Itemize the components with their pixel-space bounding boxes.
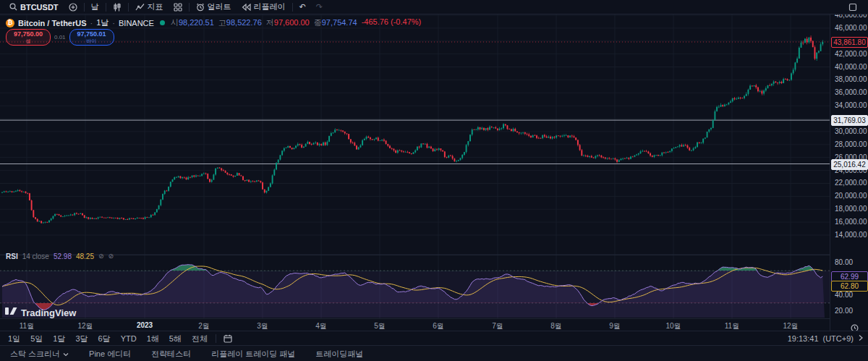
time-axis-label: 6월 [433, 321, 444, 331]
tab-pine-editor[interactable]: Pine 에디터 [79, 349, 141, 360]
chevron-down-icon [63, 349, 69, 358]
open-label: 시 [171, 18, 179, 27]
tab-trading-panel[interactable]: 트레이딩패널 [305, 349, 373, 360]
price-tick: 30,000.00 [830, 127, 868, 135]
time-axis-label: 3월 [257, 321, 268, 331]
legend-separator: · [112, 19, 115, 27]
buy-button[interactable]: 97,750.01 바이 [69, 29, 114, 46]
range-button-3달[interactable]: 3달 [70, 334, 93, 344]
alert-button[interactable]: 얼러트 [191, 0, 237, 14]
time-axis-label: 7월 [492, 321, 503, 331]
footer-tab-label: Pine 에디터 [89, 349, 131, 360]
footer-tab-label: 트레이딩패널 [315, 349, 363, 360]
symbol-search-button[interactable]: BTCUSDT [4, 0, 64, 14]
range-button-5해[interactable]: 5해 [164, 334, 187, 344]
undo-button[interactable]: ↶ [294, 0, 311, 14]
compare-add-symbol-button[interactable] [64, 0, 82, 14]
tab-replay-trading-panel[interactable]: 리플레이 트레이딩 패널 [201, 349, 305, 360]
open-value: 98,220.51 [179, 18, 214, 27]
plus-circle-icon [69, 3, 77, 12]
go-to-date-calendar-icon[interactable] [219, 334, 237, 343]
undo-icon: ↶ [299, 2, 306, 12]
close-label: 종 [314, 18, 322, 27]
range-button-1해[interactable]: 1해 [142, 334, 164, 344]
legend-interval: 1날 [96, 17, 109, 28]
market-status-dot [160, 20, 165, 25]
alarm-clock-icon [196, 3, 205, 12]
rsi-tick: 80.00 [830, 258, 868, 266]
ohlc-values: 시98,220.51 고98,522.76 저97,600.00 종97,754… [171, 17, 421, 28]
timezone-button[interactable]: (UTC+9) [823, 334, 854, 343]
price-tick: 18,000.00 [830, 205, 868, 213]
indicators-button[interactable]: 지표 [130, 0, 169, 14]
trade-buttons: 97,750.00 셀 0.01 97,750.01 바이 [6, 29, 114, 46]
symbol-name: BTCUSDT [20, 3, 59, 12]
footer-tab-label: 전략테스터 [151, 349, 191, 360]
footer-tab-label: 스탁 스크리너 [10, 349, 60, 360]
range-button-5일[interactable]: 5일 [25, 334, 48, 344]
price-tick: 36,000.00 [830, 88, 868, 96]
low-value: 97,600.00 [274, 18, 310, 27]
tradingview-app: BTCUSDT 날 지표 [0, 0, 868, 361]
layout-templates-button[interactable] [169, 0, 187, 14]
search-icon [9, 3, 17, 11]
price-axis[interactable]: 48,000.0046,000.0044,000.0042,000.0040,0… [830, 14, 868, 331]
footer-tab-label: 리플레이 트레이딩 패널 [211, 349, 295, 360]
top-toolbar: BTCUSDT 날 지표 [0, 0, 868, 14]
symbol-legend[interactable]: ₿ Bitcoin / TetherUS · 1날 · BINANCE 시98,… [6, 17, 421, 28]
tradingview-watermark: TradingView [5, 306, 76, 319]
time-axis-label: 2023 [137, 321, 153, 329]
time-axis-label: 11월 [725, 321, 739, 331]
high-label: 고 [218, 18, 226, 27]
range-button-전체[interactable]: 전체 [187, 334, 213, 344]
price-tick: 42,000.00 [830, 50, 868, 58]
redo-icon: ↷ [316, 2, 323, 12]
tab-strategy-tester[interactable]: 전략테스터 [141, 349, 201, 360]
rsi-tick: 40.00 [830, 291, 868, 299]
range-toolbar: 1일5일1달3달6달YTD1해5해전체 19:13:41 (UTC+9) [0, 331, 868, 346]
rsi-hide-icon[interactable]: ⊘ [98, 253, 104, 260]
window-icon [848, 3, 857, 12]
rsi-tick: 20.00 [830, 307, 868, 315]
price-tick: 46,000.00 [830, 24, 868, 32]
pane-divider[interactable] [0, 255, 868, 255]
range-button-6달[interactable]: 6달 [93, 334, 116, 344]
range-right: 19:13:41 (UTC+9) [788, 334, 868, 343]
range-button-YTD[interactable]: YTD [116, 334, 142, 343]
price-tick: 20,000.00 [830, 192, 868, 200]
indicators-label: 지표 [148, 1, 163, 12]
toolbar-left: BTCUSDT 날 지표 [0, 0, 328, 14]
time-axis-label: 12월 [783, 321, 798, 331]
time-axis-label: 5월 [374, 321, 386, 331]
range-button-1일[interactable]: 1일 [3, 334, 25, 344]
spread-value: 0.01 [54, 34, 66, 41]
chart-canvas[interactable] [0, 14, 830, 318]
interval-button[interactable]: 날 [86, 0, 104, 14]
tab-stock-screener[interactable]: 스탁 스크리너 [0, 349, 79, 360]
time-axis[interactable]: 11월12월20232월3월4월5월6월7월8월9월10월11월12월 [0, 318, 830, 331]
last-price-label: 43,861.80 [831, 37, 868, 48]
rsi-legend[interactable]: RSI 14 close 52.98 48.25 ⊘ ⊘ [6, 252, 114, 260]
symbol-title: Bitcoin / TetherUS [18, 19, 87, 27]
watermark-text: TradingView [21, 307, 76, 318]
high-value: 98,522.76 [226, 18, 262, 27]
rsi-menu-icon[interactable]: ⊘ [109, 253, 114, 260]
range-button-1달[interactable]: 1달 [48, 334, 70, 344]
window-layout-button[interactable] [843, 3, 862, 12]
chart-type-button[interactable] [108, 0, 127, 14]
rsi-ma-value: 48.25 [76, 252, 94, 260]
price-tick: 14,000.00 [830, 231, 868, 239]
replay-button[interactable]: 리플레이 [237, 0, 291, 14]
time-axis-label: 12월 [77, 321, 93, 331]
time-axis-label: 4월 [315, 321, 327, 331]
price-tick: 38,000.00 [830, 75, 868, 83]
chevron-right-icon[interactable] [858, 334, 864, 343]
time-axis-label: 9월 [609, 321, 621, 331]
sell-button[interactable]: 97,750.00 셀 [6, 29, 51, 46]
toolbar-divider [189, 3, 190, 12]
range-buttons: 1일5일1달3달6달YTD1해5해전체 [0, 331, 237, 346]
clock-time: 19:13:41 [788, 334, 819, 343]
toolbar-divider [84, 3, 85, 12]
rsi-value: 52.98 [54, 252, 72, 260]
redo-button[interactable]: ↷ [311, 0, 328, 14]
